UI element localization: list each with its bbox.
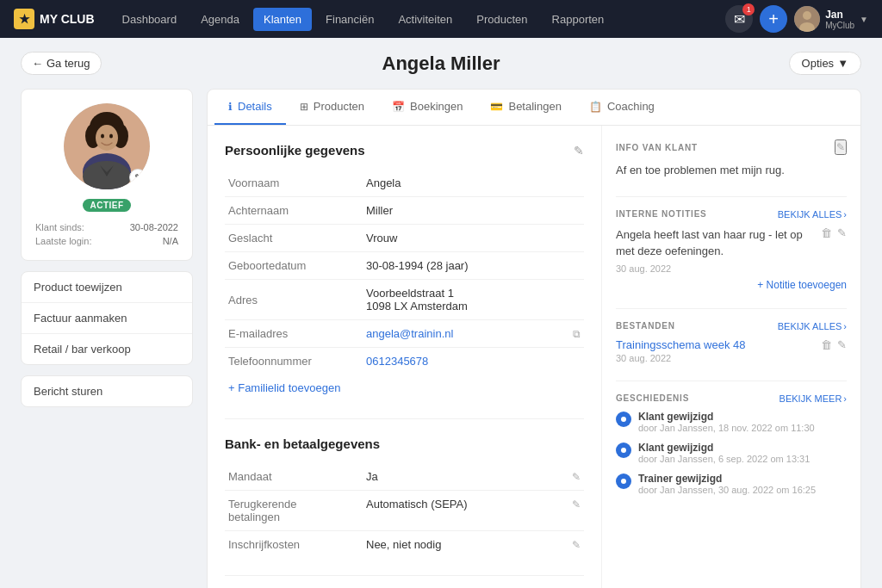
svg-point-11 [101,134,104,139]
tab-content: Persoonlijke gegevens ✎ Voornaam Angela [208,126,860,588]
info-edit-button[interactable]: ✎ [835,139,847,155]
laatste-login-value: N/A [163,236,178,246]
tab-betalingen[interactable]: 💳 Betalingen [476,90,575,125]
add-family-button[interactable]: + Familielid toevoegen [225,374,584,401]
geschiedenis-view-more-link[interactable]: BEKIJK MEER › [780,393,847,404]
add-button[interactable]: + [760,5,787,33]
status-badge: ACTIEF [83,199,130,212]
history-title-2: Trainer gewijzigd [638,473,816,485]
telefoon-value: 0612345678 [363,348,584,374]
delete-file-icon[interactable]: 🗑 [821,338,832,351]
notities-section-title: INTERNE NOTITIES [616,209,707,219]
field-telefoon: Telefoonnummer 0612345678 [225,348,584,375]
retail-bar-action[interactable]: Retail / bar verkoop [22,334,192,364]
achternaam-value: Miller [363,197,584,224]
tab-coaching[interactable]: 📋 Coaching [575,90,668,125]
history-title-1: Klant gewijzigd [638,442,810,454]
mandaat-label: Mandaat [225,463,363,491]
bestanden-link-label: BEKIJK ALLES [778,321,842,331]
email-link[interactable]: angela@trainin.nl [366,327,453,340]
klant-sinds-value: 30-08-2022 [130,222,178,232]
edit-photo-icon[interactable]: ✎ [129,169,146,186]
left-panel: Persoonlijke gegevens ✎ Voornaam Angela [208,126,602,588]
nav-item-rapporten[interactable]: Rapporten [542,8,615,31]
chevron-down-icon: ▼ [860,15,868,24]
bestanden-view-all-link[interactable]: BEKIJK ALLES › [778,321,847,331]
edit-file-icon[interactable]: ✎ [837,338,847,351]
field-voornaam: Voornaam Angela [225,170,584,197]
notitie-date: 30 aug. 2022 [616,263,847,274]
nav-item-activiteiten[interactable]: Activiteiten [388,8,463,31]
notification-badge: 1 [742,3,755,15]
history-title-0: Klant gewijzigd [638,411,815,423]
user-menu[interactable]: Jan MyClub ▼ [794,6,868,32]
chevron-right-icon-3: › [843,393,847,404]
section-divider-comm [225,575,584,576]
bericht-sturen-action[interactable]: Bericht sturen [22,376,192,406]
email-value: angela@trainin.nl ⧉ [363,320,584,347]
inschrijfkosten-label: Inschrijfkosten [225,531,363,559]
notitie-text: Angela heeft last van haar rug - let op … [616,226,821,260]
edit-note-icon[interactable]: ✎ [837,226,847,239]
info-text: Af en toe problemen met mijn rug. [616,162,847,179]
terugkerende-value: Automatisch (SEPA) ✎ [363,491,584,517]
chevron-down-icon: ▼ [837,57,848,70]
laatste-login-row: Laatste login: N/A [35,236,178,246]
achternaam-label: Achternaam [225,197,363,225]
voornaam-value: Angela [363,170,584,196]
add-note-link[interactable]: + Notitie toevoegen [616,279,847,291]
edit-terugkerende-icon[interactable]: ✎ [572,498,581,511]
adres-value: Voorbeeldstraat 11098 LX Amsterdam [363,280,584,319]
nav-item-klanten[interactable]: Klanten [253,8,312,31]
tab-details[interactable]: ℹ Details [214,90,286,125]
notities-view-all-link[interactable]: BEKIJK ALLES › [778,209,847,220]
back-button[interactable]: ← Ga terug [21,52,102,75]
field-achternaam: Achternaam Miller [225,197,584,225]
phone-link[interactable]: 0612345678 [366,355,428,368]
options-label: Opties [802,57,835,70]
nav-item-financien[interactable]: Financiën [315,8,384,31]
divider-2 [616,308,847,309]
field-terugkerende: Terugkerende betalingen Automatisch (SEP… [225,491,584,531]
history-sub-2: door Jan Janssen, 30 aug. 2022 om 16:25 [638,485,816,495]
factuur-aanmaken-action[interactable]: Factuur aanmaken [22,303,192,334]
logo[interactable]: ★ MY CLUB [14,9,95,29]
tab-details-label: Details [238,100,272,113]
copy-email-icon[interactable]: ⧉ [573,328,581,340]
edit-mandaat-icon[interactable]: ✎ [572,471,581,483]
nav-item-producten[interactable]: Producten [466,8,537,31]
notitie-actions: 🗑 ✎ [821,226,847,239]
history-dot-0 [616,412,631,427]
email-label: E-mailadres [225,320,363,348]
delete-note-icon[interactable]: 🗑 [821,226,832,239]
profile-card: ✎ ACTIEF Klant sinds: 30-08-2022 Laatste… [21,89,193,261]
notification-button[interactable]: ✉ 1 [725,5,753,33]
content-layout: ✎ ACTIEF Klant sinds: 30-08-2022 Laatste… [21,89,861,588]
options-button[interactable]: Opties ▼ [789,52,861,75]
page-title: Angela Miller [382,53,500,75]
tab-producten[interactable]: ⊞ Producten [286,90,378,125]
notitie-item: Angela heeft last van haar rug - let op … [616,226,847,274]
file-link[interactable]: Trainingsschema week 48 [616,338,746,351]
bestand-item: Trainingsschema week 48 🗑 ✎ 30 aug. 2022 [616,338,847,363]
product-toewijzen-action[interactable]: Product toewijzen [22,272,192,303]
page-header: ← Ga terug Angela Miller Opties ▼ [21,52,861,75]
bestanden-section-title: BESTANDEN [616,321,675,331]
chevron-right-icon-2: › [843,321,847,331]
klant-sinds-label: Klant sinds: [35,222,84,232]
tabs: ℹ Details ⊞ Producten 📅 Boekingen 💳 Beta… [208,90,860,126]
user-name: Jan [825,9,854,21]
geschiedenis-section: GESCHIEDENIS BEKIJK MEER › Klant [616,393,847,495]
nav-item-dashboard[interactable]: Dashboard [112,8,188,31]
edit-inschrijf-icon[interactable]: ✎ [572,539,581,551]
tab-boekingen[interactable]: 📅 Boekingen [378,90,476,125]
geslacht-label: Geslacht [225,225,363,252]
nav-item-agenda[interactable]: Agenda [190,8,250,31]
personal-section-title: Persoonlijke gegevens [225,143,365,158]
inschrijfkosten-value: Nee, niet nodig ✎ [363,531,584,558]
personal-edit-button[interactable]: ✎ [574,144,584,158]
geboortedatum-value: 30-08-1994 (28 jaar) [363,252,584,279]
creditcard-icon: 💳 [490,101,503,113]
field-email: E-mailadres angela@trainin.nl ⧉ [225,320,584,348]
notities-section: INTERNE NOTITIES BEKIJK ALLES › Angela h… [616,209,847,291]
